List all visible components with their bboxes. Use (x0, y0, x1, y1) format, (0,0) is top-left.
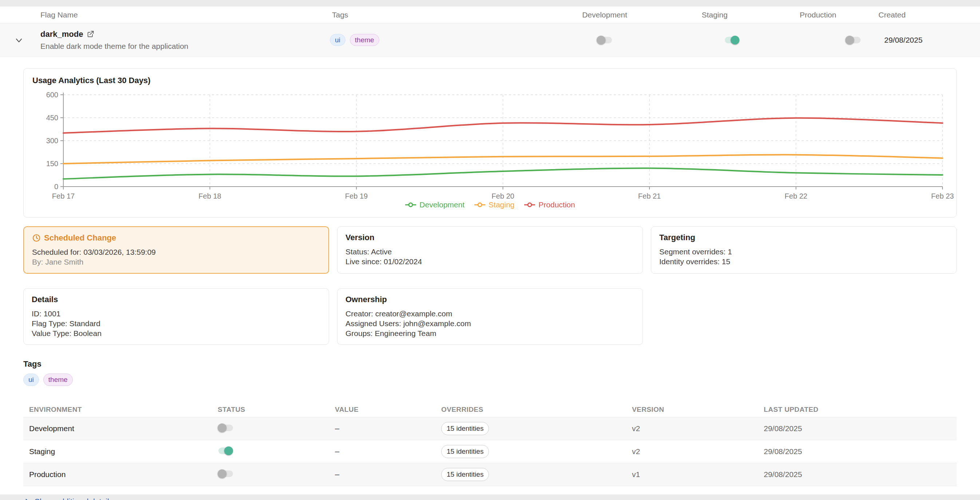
eh-version: Version (632, 406, 764, 414)
tags-section: Tags ui theme (23, 359, 957, 386)
flag-list-header: Flag Name Tags Development Staging Produ… (0, 6, 980, 23)
identity-overrides: Identity overrides: 15 (659, 257, 948, 267)
details-id: ID: 1001 (32, 309, 321, 318)
flag-name-block: dark_mode Enable dark mode theme for the… (40, 30, 188, 51)
col-production: Production (800, 11, 836, 19)
svg-text:150: 150 (46, 160, 58, 168)
svg-text:Feb 22: Feb 22 (784, 192, 807, 199)
flag-row-tags: ui theme (330, 34, 379, 46)
table-row-production: Production – 15 identities v1 29/08/2025 (23, 463, 957, 486)
development-version: v2 (632, 424, 764, 433)
production-toggle[interactable] (845, 35, 861, 45)
environments-table: Environment Status Value Overrides Versi… (23, 403, 957, 486)
col-staging: Staging (702, 11, 727, 19)
svg-text:300: 300 (46, 137, 58, 145)
tags-section-title: Tags (23, 359, 957, 369)
legend-marker-icon (405, 202, 417, 208)
col-created: Created (878, 11, 906, 19)
version-title: Version (345, 233, 635, 242)
show-additional-details-link[interactable]: Show additional details (23, 497, 113, 500)
clock-icon (32, 233, 41, 242)
created-date: 29/08/2025 (884, 36, 923, 45)
flag-details-page: Flag Name Tags Development Staging Produ… (0, 6, 980, 495)
ownership-title: Ownership (345, 295, 635, 304)
chart-title: Usage Analytics (Last 30 Days) (32, 76, 948, 85)
version-card: Version Status: Active Live since: 01/02… (337, 226, 643, 274)
scheduled-for: Scheduled for: 03/03/2026, 13:59:09 (32, 247, 320, 257)
production-value: – (335, 470, 441, 479)
staging-value: – (335, 447, 441, 456)
development-last-updated: 29/08/2025 (764, 424, 957, 433)
svg-text:Feb 20: Feb 20 (492, 192, 514, 199)
eh-value: Value (335, 406, 441, 414)
targeting-card: Targeting Segment overrides: 1 Identity … (651, 226, 957, 274)
development-value: – (335, 424, 441, 433)
production-version: v1 (632, 470, 764, 479)
ownership-assigned: Assigned Users: john@example.com (345, 318, 635, 328)
ownership-creator: Creator: creator@example.com (345, 309, 635, 318)
details-title: Details (32, 295, 321, 304)
svg-text:600: 600 (46, 91, 58, 99)
flag-description: Enable dark mode theme for the applicati… (40, 42, 188, 51)
production-status-toggle[interactable] (218, 469, 234, 479)
col-development: Development (582, 11, 627, 19)
tag-ui: ui (23, 374, 39, 386)
version-status: Status: Active (345, 247, 635, 257)
environments-table-header: Environment Status Value Overrides Versi… (23, 403, 957, 417)
svg-text:0: 0 (54, 182, 58, 191)
development-overrides-badge[interactable]: 15 identities (441, 422, 489, 435)
svg-text:450: 450 (46, 114, 58, 122)
chevron-right-icon (23, 498, 30, 500)
svg-text:Feb 18: Feb 18 (199, 192, 221, 199)
svg-text:Feb 23: Feb 23 (931, 192, 954, 199)
eh-environment: Environment (23, 406, 218, 414)
tag-theme: theme (43, 374, 73, 386)
scheduled-by: By: Jane Smith (32, 257, 320, 267)
usage-analytics-chart: 0150300450600Feb 17Feb 18Feb 19Feb 20Feb… (32, 89, 957, 199)
legend-marker-icon (474, 202, 486, 208)
col-flag-name: Flag Name (40, 11, 78, 19)
details-value-type: Value Type: Boolean (32, 328, 321, 338)
chart-legend: DevelopmentStagingProduction (32, 200, 948, 209)
eh-last-updated: Last Updated (764, 406, 957, 414)
segment-overrides: Segment overrides: 1 (659, 247, 948, 257)
external-link-icon[interactable] (87, 30, 94, 38)
usage-analytics-card: Usage Analytics (Last 30 Days) 015030045… (23, 68, 957, 217)
flag-row-dark-mode[interactable]: dark_mode Enable dark mode theme for the… (0, 23, 980, 57)
development-toggle[interactable] (597, 35, 612, 45)
eh-overrides: Overrides (441, 406, 632, 414)
flag-name: dark_mode (40, 30, 83, 39)
legend-item-staging[interactable]: Staging (474, 200, 514, 209)
col-tags: Tags (332, 11, 348, 19)
staging-status-toggle[interactable] (218, 446, 234, 455)
production-overrides-badge[interactable]: 15 identities (441, 468, 489, 481)
svg-text:Feb 19: Feb 19 (345, 192, 368, 199)
version-live-since: Live since: 01/02/2024 (345, 257, 635, 267)
tag-theme: theme (350, 34, 379, 46)
legend-marker-icon (524, 202, 536, 208)
scheduled-change-title: Scheduled Change (44, 233, 116, 243)
svg-text:Feb 21: Feb 21 (638, 192, 661, 199)
svg-text:Feb 17: Feb 17 (52, 192, 75, 199)
production-last-updated: 29/08/2025 (764, 470, 957, 479)
info-cards-row-2: Details ID: 1001 Flag Type: Standard Val… (23, 288, 957, 345)
targeting-title: Targeting (659, 233, 948, 242)
chevron-down-icon[interactable] (14, 36, 23, 45)
eh-status: Status (218, 406, 335, 414)
legend-item-production[interactable]: Production (524, 200, 575, 209)
tag-ui: ui (330, 34, 345, 46)
flag-detail-panel: Usage Analytics (Last 30 Days) 015030045… (0, 68, 980, 500)
info-cards-row-1: Scheduled Change Scheduled for: 03/03/20… (23, 226, 957, 274)
legend-item-development[interactable]: Development (405, 200, 465, 209)
staging-last-updated: 29/08/2025 (764, 447, 957, 456)
ownership-card: Ownership Creator: creator@example.com A… (337, 288, 643, 345)
staging-toggle[interactable] (724, 35, 740, 45)
ownership-groups: Groups: Engineering Team (345, 328, 635, 338)
details-card: Details ID: 1001 Flag Type: Standard Val… (23, 288, 329, 345)
table-row-staging: Staging – 15 identities v2 29/08/2025 (23, 440, 957, 463)
scheduled-change-card: Scheduled Change Scheduled for: 03/03/20… (23, 226, 329, 274)
development-status-toggle[interactable] (218, 423, 234, 433)
staging-overrides-badge[interactable]: 15 identities (441, 445, 489, 458)
details-flag-type: Flag Type: Standard (32, 318, 321, 328)
table-row-development: Development – 15 identities v2 29/08/202… (23, 417, 957, 440)
